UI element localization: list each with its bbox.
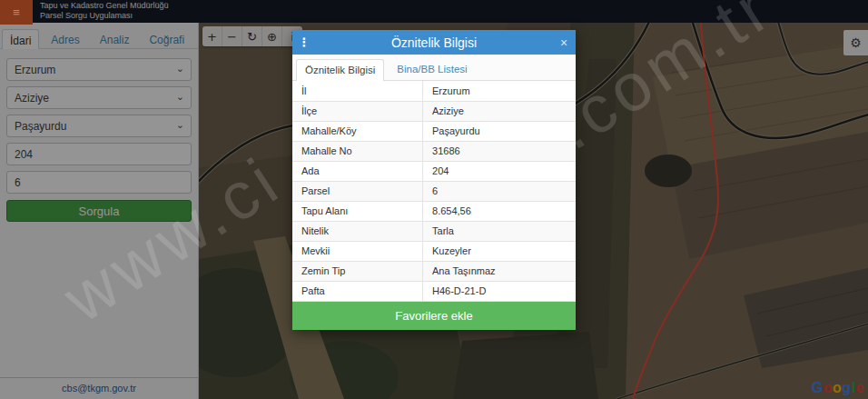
kebab-menu-icon[interactable]: ⋮ — [292, 35, 316, 49]
modal-header[interactable]: ⋮ Öznitelik Bilgisi × — [292, 30, 576, 55]
tab-bina-bb-listesi[interactable]: Bina/BB Listesi — [388, 58, 476, 80]
table-row: İlErzurum — [292, 81, 576, 101]
attr-label: Pafta — [292, 281, 423, 301]
table-row: NitelikTarla — [292, 221, 576, 241]
attr-value: H46-D-21-D — [423, 281, 576, 301]
tab-oznitelik-bilgisi[interactable]: Öznitelik Bilgisi — [296, 59, 384, 81]
attr-label: Ada — [292, 161, 423, 181]
table-row: MevkiiKuzeyler — [292, 241, 576, 261]
attr-label: Mahalle/Köy — [292, 121, 423, 141]
attr-value: 31686 — [423, 141, 576, 161]
modal-title: Öznitelik Bilgisi — [316, 35, 552, 50]
attribute-modal: ⋮ Öznitelik Bilgisi × Öznitelik Bilgisi … — [292, 30, 576, 330]
add-to-favorites-button[interactable]: Favorilere ekle — [292, 302, 576, 330]
table-row: Mahalle/KöyPaşayurdu — [292, 121, 576, 141]
table-row: Zemin TipAna Taşınmaz — [292, 261, 576, 281]
close-icon[interactable]: × — [552, 35, 576, 50]
table-row: Tapu Alanı8.654,56 — [292, 201, 576, 221]
attr-value: Paşayurdu — [423, 121, 576, 141]
attr-value: 8.654,56 — [423, 201, 576, 221]
attr-label: Parsel — [292, 181, 423, 201]
attr-value: Erzurum — [423, 81, 576, 101]
table-row: Ada204 — [292, 161, 576, 181]
attr-value: Aziziye — [423, 101, 576, 121]
attr-label: İlçe — [292, 101, 423, 121]
attr-label: Mahalle No — [292, 141, 423, 161]
attr-value: Kuzeyler — [423, 241, 576, 261]
table-row: PaftaH46-D-21-D — [292, 281, 576, 301]
attr-label: Mevkii — [292, 241, 423, 261]
table-row: Mahalle No31686 — [292, 141, 576, 161]
attr-label: Nitelik — [292, 221, 423, 241]
attr-label: Zemin Tip — [292, 261, 423, 281]
app-window: Tapu ve Kadastro Genel Müdürlüğü Parsel … — [0, 0, 868, 399]
table-row: İlçeAziziye — [292, 101, 576, 121]
attribute-table: İlErzurum İlçeAziziye Mahalle/KöyPaşayur… — [292, 81, 576, 302]
attr-label: İl — [292, 81, 423, 101]
attr-value: 6 — [423, 181, 576, 201]
attr-label: Tapu Alanı — [292, 201, 423, 221]
attr-value: Tarla — [423, 221, 576, 241]
attr-value: Ana Taşınmaz — [423, 261, 576, 281]
attr-value: 204 — [423, 161, 576, 181]
table-row: Parsel6 — [292, 181, 576, 201]
modal-tabs: Öznitelik Bilgisi Bina/BB Listesi — [292, 55, 576, 81]
